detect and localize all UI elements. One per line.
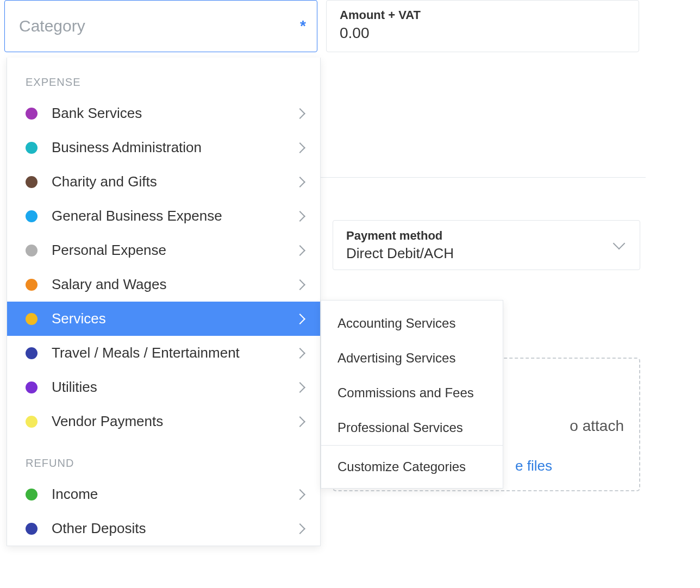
category-option-label: Bank Services bbox=[52, 105, 296, 122]
category-dropdown[interactable]: EXPENSEBank ServicesBusiness Administrat… bbox=[7, 58, 321, 546]
category-color-dot bbox=[26, 347, 38, 359]
payment-method-label: Payment method bbox=[346, 229, 615, 243]
category-option-label: General Business Expense bbox=[52, 208, 296, 224]
attachment-browse-link[interactable]: e files bbox=[515, 458, 552, 474]
category-option[interactable]: Bank Services bbox=[7, 96, 320, 130]
category-group-header: EXPENSE bbox=[7, 58, 320, 96]
chevron-right-icon bbox=[295, 108, 305, 119]
category-group-header: REFUND bbox=[7, 439, 320, 477]
category-option[interactable]: Travel / Meals / Entertainment bbox=[7, 336, 320, 370]
category-color-dot bbox=[26, 523, 38, 535]
chevron-down-icon bbox=[613, 237, 626, 250]
chevron-right-icon bbox=[295, 142, 305, 153]
required-indicator: * bbox=[300, 17, 306, 35]
chevron-right-icon bbox=[295, 348, 305, 359]
category-option-label: Income bbox=[52, 486, 296, 503]
amount-label: Amount + VAT bbox=[340, 8, 626, 22]
category-submenu[interactable]: Accounting ServicesAdvertising ServicesC… bbox=[321, 300, 503, 489]
category-color-dot bbox=[26, 245, 38, 257]
category-option-label: Business Administration bbox=[52, 139, 296, 156]
payment-method-select[interactable]: Payment method Direct Debit/ACH bbox=[333, 220, 640, 270]
category-option[interactable]: Personal Expense bbox=[7, 233, 320, 267]
category-color-dot bbox=[26, 108, 38, 120]
category-input[interactable] bbox=[19, 17, 303, 35]
category-option-label: Travel / Meals / Entertainment bbox=[52, 345, 296, 361]
category-option[interactable]: Utilities bbox=[7, 370, 320, 404]
category-color-dot bbox=[26, 210, 38, 222]
category-option[interactable]: Income bbox=[7, 477, 320, 511]
category-color-dot bbox=[26, 313, 38, 325]
amount-field[interactable]: Amount + VAT 0.00 bbox=[326, 0, 639, 52]
category-option-label: Other Deposits bbox=[52, 520, 296, 537]
category-option[interactable]: Vendor Payments bbox=[7, 404, 320, 439]
category-option[interactable]: Services bbox=[7, 302, 320, 336]
chevron-right-icon bbox=[295, 211, 305, 222]
category-option-label: Personal Expense bbox=[52, 242, 296, 259]
subcategory-option[interactable]: Advertising Services bbox=[321, 341, 503, 376]
customize-categories-link[interactable]: Customize Categories bbox=[321, 446, 503, 488]
category-color-dot bbox=[26, 142, 38, 154]
category-color-dot bbox=[26, 381, 38, 393]
amount-value: 0.00 bbox=[340, 24, 626, 42]
chevron-right-icon bbox=[295, 489, 305, 500]
category-color-dot bbox=[26, 279, 38, 291]
chevron-right-icon bbox=[295, 416, 305, 427]
category-option[interactable]: Salary and Wages bbox=[7, 267, 320, 302]
chevron-right-icon bbox=[295, 279, 305, 290]
category-option-label: Vendor Payments bbox=[52, 413, 296, 430]
chevron-right-icon bbox=[295, 382, 305, 393]
category-option[interactable]: Charity and Gifts bbox=[7, 165, 320, 199]
category-option[interactable]: General Business Expense bbox=[7, 199, 320, 233]
divider bbox=[321, 177, 646, 178]
category-option[interactable]: Other Deposits bbox=[7, 511, 320, 546]
category-color-dot bbox=[26, 416, 38, 428]
subcategory-option[interactable]: Accounting Services bbox=[321, 301, 503, 341]
chevron-right-icon bbox=[295, 245, 305, 256]
category-color-dot bbox=[26, 176, 38, 188]
payment-method-value: Direct Debit/ACH bbox=[346, 245, 615, 262]
chevron-right-icon bbox=[295, 177, 305, 187]
category-combobox[interactable]: * bbox=[4, 0, 317, 52]
category-option-label: Services bbox=[52, 310, 296, 327]
chevron-right-icon bbox=[295, 314, 305, 324]
subcategory-option[interactable]: Commissions and Fees bbox=[321, 376, 503, 410]
chevron-right-icon bbox=[295, 523, 305, 534]
category-option-label: Salary and Wages bbox=[52, 276, 296, 293]
category-option[interactable]: Business Administration bbox=[7, 130, 320, 165]
category-option-label: Utilities bbox=[52, 379, 296, 396]
category-color-dot bbox=[26, 489, 38, 501]
attachment-hint: o attach bbox=[570, 417, 624, 435]
subcategory-option[interactable]: Professional Services bbox=[321, 410, 503, 445]
category-option-label: Charity and Gifts bbox=[52, 173, 296, 190]
